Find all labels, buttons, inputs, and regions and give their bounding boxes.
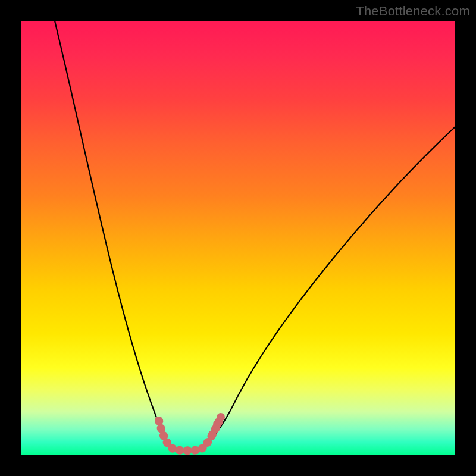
highlight-dot [213, 420, 221, 428]
watermark-text: TheBottleneck.com [356, 4, 470, 19]
bottleneck-curve [55, 21, 455, 450]
plot-area [21, 21, 455, 455]
chart-svg [21, 21, 455, 455]
highlight-dot [155, 416, 163, 425]
highlight-dot [208, 430, 217, 439]
outer-frame: TheBottleneck.com [0, 0, 476, 476]
highlight-dot [217, 413, 225, 421]
